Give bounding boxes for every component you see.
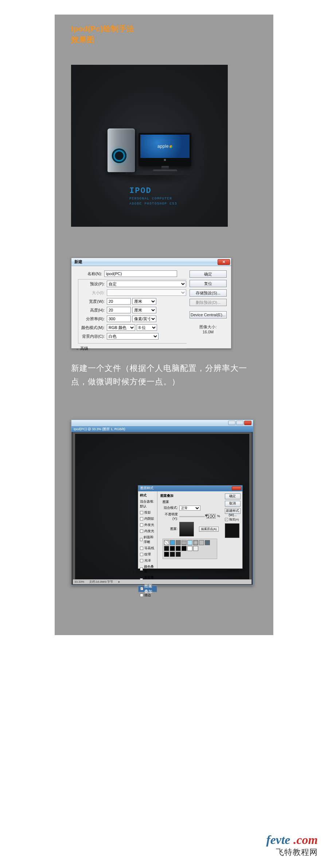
chevron-down-icon: ⌄ [76,346,79,350]
ok-button[interactable]: 确定 [225,494,241,499]
effect-inner-glow[interactable]: 内发光 [138,528,157,534]
resolution-label: 分辨率(R): [78,316,107,322]
blendmode-select[interactable]: 正常 [179,506,200,511]
checkbox-icon[interactable] [140,538,142,541]
effect-color-overlay[interactable]: 颜色叠加 [138,564,157,575]
monitor-base [153,170,177,172]
effect-pattern-overlay[interactable]: ✓图案叠加 [138,586,157,592]
new-style-button[interactable]: 新建样式(W)... [225,508,241,514]
resolution-unit-select[interactable]: 像素/英寸 [132,316,156,322]
layerstyle-titlebar[interactable]: 图层样式 [138,485,242,491]
divider [90,348,187,349]
width-unit-select[interactable]: 厘米 [132,298,156,305]
section-title: 图案叠加 [160,494,220,498]
opacity-label: 不透明度(Y): [163,512,178,520]
size-label: 大小(I): [78,290,107,296]
checkbox-icon[interactable] [140,523,143,527]
apple-logo-icon [169,145,172,148]
resolution-input[interactable] [107,316,131,322]
preset-select[interactable]: 自定 [107,281,186,287]
checkbox-icon[interactable] [140,511,143,514]
preview-checkbox[interactable]: ✓预览(V) [225,518,241,522]
minimize-icon[interactable] [228,421,235,425]
status-zoom: 33.33% [74,580,84,583]
pc-illustration: apple ⌘ [108,128,202,187]
checkbox-icon[interactable] [140,517,143,520]
close-icon[interactable] [244,421,251,425]
effect-outer-glow[interactable]: 外发光 [138,522,157,528]
monitor-brand-text: apple [157,144,172,149]
style-preview-thumbnail [225,523,239,538]
delete-preset-button: 删除预设(D)... [190,299,227,306]
layer-style-dialog: 图层样式 样式 混合选项:默认 投影 内阴影 外发光 内发光 斜面和浮雕 等高线… [138,485,243,569]
checkbox-icon[interactable]: ✓ [225,518,228,521]
effect-texture[interactable]: 纹理 [138,551,157,558]
slider-thumb-icon[interactable] [205,515,208,517]
chevron-right-icon[interactable]: ▸ [118,580,120,583]
height-unit-select[interactable]: 厘米 [132,307,156,313]
effect-bevel[interactable]: 斜面和浮雕 [138,534,157,545]
width-input[interactable] [107,298,131,305]
checkbox-icon[interactable] [140,553,143,556]
effect-contour[interactable]: 等高线 [138,545,157,551]
checkbox-icon[interactable] [140,559,143,562]
effect-satin[interactable]: 光泽 [138,558,157,564]
colormode-select[interactable]: RGB 颜色 [107,324,135,331]
checkbox-icon[interactable] [140,594,143,597]
watermark-brand: fevte .com [266,833,318,847]
checkbox-icon[interactable] [140,530,143,533]
bits-select[interactable]: 8 位 [137,324,157,331]
close-icon[interactable] [232,486,241,490]
ok-button[interactable]: 确定 [190,270,227,278]
status-doc-size: 文档:16.0M/0 字节 [89,580,113,584]
preview-caption: IPOD PERSONAL COMPUTER ADOBE PHOTOSHOP C… [129,186,177,206]
opacity-pct: % [217,514,220,518]
pattern-swatch-picker[interactable] [163,539,217,559]
effect-blend-options[interactable]: 混合选项:默认 [138,499,157,510]
preset-label: 预设(P): [78,281,107,287]
size-select [107,289,186,296]
effect-inner-shadow[interactable]: 内阴影 [138,516,157,522]
image-size-info: 图像大小: 16.0M [190,324,227,334]
name-label: 名称(N): [76,271,104,277]
watermark-subtitle: 飞特教程网 [266,847,318,858]
dialog-fields: 名称(N): 预设(P): 自定 大小(I): 宽度(W): [76,270,187,351]
caption-title: IPOD [129,186,177,195]
device-central-button[interactable]: Device Central(E)... [190,311,227,318]
effect-drop-shadow[interactable]: 投影 [138,510,157,516]
checkbox-icon[interactable] [140,567,143,571]
caption-line1: PERSONAL COMPUTER [129,197,177,201]
ps-document-title: Ipod(PC) @ 33.3% (图层 1, RGB/8) [74,427,125,432]
cancel-button[interactable]: 取消 [225,501,241,507]
pattern-preview[interactable] [179,522,194,536]
result-preview-image: apple ⌘ IPOD PERSONAL COMPUTER ADOBE PHO… [71,65,228,227]
checkbox-icon[interactable]: ✓ [140,587,143,590]
caption-line2: ADOBE PHOTOSHOP CS3 [129,202,177,206]
checkbox-icon[interactable] [140,547,143,550]
maximize-icon[interactable] [236,421,243,425]
bg-label: 背景内容(C): [78,334,107,339]
reset-button[interactable]: 复位 [190,280,227,287]
advanced-toggle[interactable]: ⌄ 高级 [76,346,187,351]
page-title-line1: Ipod(Pc)绘制手法 [71,24,257,34]
layerstyle-title: 图层样式 [140,486,153,491]
dialog-titlebar[interactable]: 新建 ✕ [71,258,231,266]
save-preset-button[interactable]: 存储预设(S)... [190,289,227,297]
floor-shadow [108,175,195,186]
ps-titlebar[interactable] [71,420,253,427]
effects-header: 样式 [138,492,157,499]
layerstyle-buttons: 确定 取消 新建样式(W)... ✓预览(V) [223,491,242,568]
monitor-screen: apple [140,135,190,158]
name-input[interactable] [104,270,177,277]
height-label: 高度(H): [78,308,107,313]
blendmode-label: 混合模式: [163,506,178,510]
snap-origin-button[interactable]: 贴紧原点(A) [199,527,219,532]
height-input[interactable] [107,307,131,313]
image-size-value: 16.0M [190,330,227,334]
pattern-label: 图案: [163,527,178,531]
opacity-slider[interactable] [179,516,205,517]
ps-document-titlebar[interactable]: Ipod(PC) @ 33.3% (图层 1, RGB/8) [71,427,253,432]
sub-title: 图案 [163,500,220,504]
close-icon[interactable]: ✕ [218,259,230,265]
bg-select[interactable]: 白色 [107,333,159,340]
